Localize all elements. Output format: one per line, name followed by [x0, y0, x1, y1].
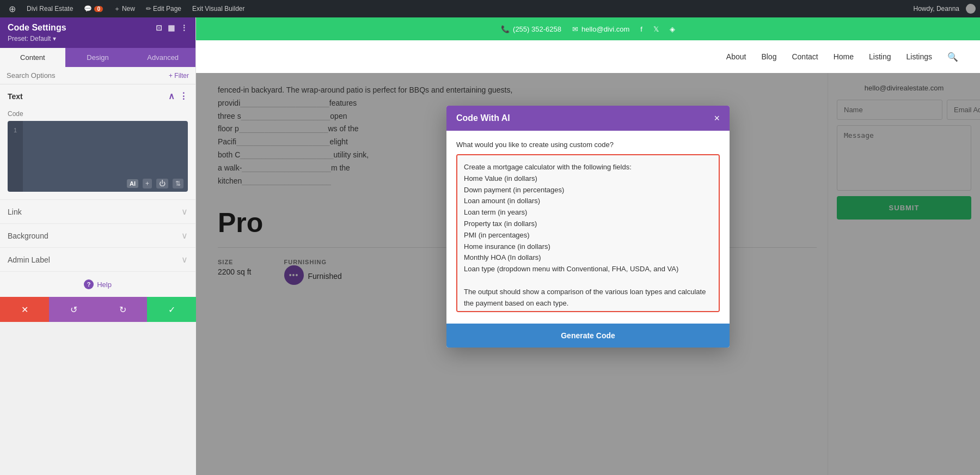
nav-listings[interactable]: Listings	[906, 52, 932, 61]
edit-page-button[interactable]: ✏ Edit Page	[142, 5, 186, 13]
howdy-text: Howdy, Deanna	[909, 5, 964, 13]
email-item: ✉ hello@divi.com	[572, 25, 629, 33]
wp-admin-bar: ⊕ Divi Real Estate 💬 0 ＋ New ✏ Edit Page…	[0, 0, 980, 17]
sidebar-title-text: Code Settings	[8, 23, 66, 33]
rss-icon: ◈	[670, 25, 675, 33]
admin-label-section[interactable]: Admin Label ∨	[0, 247, 195, 271]
background-section[interactable]: Background ∨	[0, 223, 195, 247]
modal-prompt-textarea[interactable]	[456, 154, 720, 312]
preset-label: Preset: Default	[8, 35, 51, 42]
save-icon: ✓	[168, 305, 175, 315]
nav-home[interactable]: Home	[834, 52, 854, 61]
content-area: 📞 (255) 352-6258 ✉ hello@divi.com f 𝕏 ◈ …	[196, 17, 980, 475]
facebook-icon: f	[640, 25, 642, 33]
admin-label-text: Admin Label	[8, 255, 50, 264]
section-dots-icon[interactable]: ⋮	[179, 91, 188, 101]
text-section: Text ∧ ⋮ Code 1 AI	[0, 84, 195, 192]
main-layout: Code Settings ⊡ ▦ ⋮ Preset: Default ▾ Co…	[0, 17, 980, 475]
user-avatar[interactable]	[966, 4, 976, 14]
sidebar-tabs: Content Design Advanced	[0, 48, 195, 67]
line-numbers: 1	[8, 121, 23, 192]
add-code-icon[interactable]: +	[143, 179, 152, 188]
power-icon[interactable]: ⏻	[156, 179, 168, 188]
link-label: Link	[8, 208, 22, 216]
action-bar: ✕ ↺ ↻ ✓	[0, 297, 196, 322]
plus-icon: ＋	[114, 4, 120, 14]
redo-icon: ↻	[119, 305, 126, 315]
pencil-icon: ✏	[146, 5, 151, 13]
background-label: Background	[8, 232, 48, 240]
code-settings-sidebar: Code Settings ⊡ ▦ ⋮ Preset: Default ▾ Co…	[0, 17, 196, 297]
exit-builder-label: Exit Visual Builder	[192, 5, 245, 13]
code-editor-toolbar: AI + ⏻ ⇅	[127, 179, 183, 188]
new-button[interactable]: ＋ New	[109, 4, 139, 14]
undo-button[interactable]: ↺	[49, 297, 98, 322]
preset-selector[interactable]: Preset: Default ▾	[8, 35, 188, 42]
nav-about[interactable]: About	[726, 52, 746, 61]
phone-icon: 📞	[501, 25, 510, 33]
help-button[interactable]: ? Help	[84, 279, 112, 289]
twitter-item[interactable]: 𝕏	[653, 25, 659, 33]
phone-text: (255) 352-6258	[513, 25, 561, 33]
nav-contact[interactable]: Contact	[792, 52, 818, 61]
modal-header: Code With AI ×	[446, 106, 730, 131]
columns-icon[interactable]: ▦	[168, 23, 175, 32]
exit-visual-builder-button[interactable]: Exit Visual Builder	[188, 5, 249, 13]
code-with-ai-modal: Code With AI × What would you like to cr…	[446, 106, 730, 348]
code-editor[interactable]: 1 AI + ⏻ ⇅	[8, 121, 188, 192]
background-chevron-icon: ∨	[181, 230, 188, 241]
cancel-icon: ✕	[21, 305, 28, 315]
modal-close-button[interactable]: ×	[714, 113, 720, 123]
undo-icon: ↺	[70, 305, 77, 315]
generate-code-button[interactable]: Generate Code	[446, 324, 730, 348]
nav-listing[interactable]: Listing	[869, 52, 891, 61]
site-topbar: 📞 (255) 352-6258 ✉ hello@divi.com f 𝕏 ◈	[196, 17, 980, 40]
tab-advanced[interactable]: Advanced	[130, 48, 195, 67]
facebook-item[interactable]: f	[640, 25, 642, 33]
sort-icon[interactable]: ⇅	[173, 179, 183, 188]
filter-button[interactable]: + Filter	[169, 72, 189, 80]
text-section-label: Text	[8, 92, 23, 101]
line-num-1: 1	[8, 125, 23, 135]
wp-icon: ⊕	[9, 4, 16, 14]
preset-chevron: ▾	[53, 35, 56, 42]
new-label: New	[122, 5, 135, 13]
rss-item[interactable]: ◈	[670, 25, 675, 33]
ai-button[interactable]: AI	[127, 179, 138, 188]
sidebar-wrapper: Code Settings ⊡ ▦ ⋮ Preset: Default ▾ Co…	[0, 17, 196, 475]
tab-design[interactable]: Design	[65, 48, 131, 67]
viewport-icon[interactable]: ⊡	[156, 23, 162, 32]
twitter-icon: 𝕏	[653, 25, 659, 33]
nav-blog[interactable]: Blog	[761, 52, 776, 61]
site-navbar: About Blog Contact Home Listing Listings…	[196, 40, 980, 73]
section-chevron-icon[interactable]: ∧	[168, 91, 175, 101]
help-circle-icon: ?	[84, 279, 94, 289]
site-name-label: Divi Real Estate	[27, 5, 73, 13]
sidebar-title-row: Code Settings ⊡ ▦ ⋮	[8, 23, 188, 33]
redo-button[interactable]: ↻	[98, 297, 147, 322]
site-name[interactable]: Divi Real Estate	[22, 0, 77, 17]
modal-prompt-label: What would you like to create using cust…	[456, 141, 720, 149]
link-section[interactable]: Link ∨	[0, 199, 195, 223]
code-label: Code	[0, 108, 195, 121]
page-body: fenced-in backyard. The wrap-around pati…	[196, 73, 980, 475]
wp-logo[interactable]: ⊕	[4, 0, 20, 17]
email-icon: ✉	[572, 25, 578, 33]
search-options-input[interactable]	[7, 71, 164, 80]
section-header-icons: ∧ ⋮	[168, 91, 188, 101]
sidebar-title-icons: ⊡ ▦ ⋮	[156, 23, 188, 32]
link-chevron-icon: ∨	[181, 206, 188, 217]
search-options-bar: + Filter	[0, 67, 195, 84]
comments-button[interactable]: 💬 0	[79, 5, 107, 13]
sidebar-footer: ? Help	[0, 271, 195, 297]
more-icon[interactable]: ⋮	[180, 23, 188, 32]
admin-label-chevron-icon: ∨	[181, 254, 188, 265]
help-label: Help	[97, 281, 112, 289]
phone-item: 📞 (255) 352-6258	[501, 25, 561, 33]
tab-content[interactable]: Content	[0, 48, 65, 67]
modal-overlay: Code With AI × What would you like to cr…	[196, 73, 980, 475]
nav-search-icon[interactable]: 🔍	[947, 52, 958, 62]
save-button[interactable]: ✓	[147, 297, 196, 322]
text-section-header[interactable]: Text ∧ ⋮	[0, 84, 195, 108]
cancel-button[interactable]: ✕	[0, 297, 49, 322]
